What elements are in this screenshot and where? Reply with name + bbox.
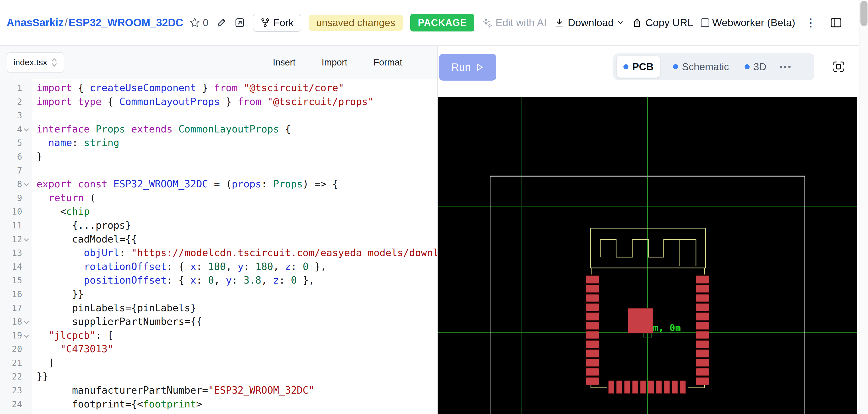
editor-menu-bar: InsertImportFormat [273,57,431,68]
pcb-pad [696,341,709,348]
code-line: 9 return ( [0,191,437,205]
panel-layout-icon [830,17,842,28]
line-number: 14 [12,260,22,274]
star-icon [189,17,200,28]
line-number: 15 [12,274,22,287]
pcb-pad [586,359,599,367]
tab-3d[interactable]: 3D [742,56,769,77]
pcb-pad [628,308,653,333]
line-number: 9 [17,191,22,205]
tscircuit-editor-app: AnasSarkiz / ESP32_WROOM_32DC 0 [0,0,868,414]
page-scrollbar[interactable] [859,0,868,414]
pcb-pad [696,359,709,367]
pcb-pad [586,285,599,293]
webworker-checkbox[interactable] [701,19,709,27]
tab-schematic[interactable]: Schematic [671,56,732,77]
line-number: 6 [17,150,22,164]
pcb-pad [696,378,709,385]
open-share-button[interactable] [234,17,245,28]
fold-chevron-icon[interactable] [24,319,29,324]
pcb-pad [608,381,614,393]
pcb-pad [586,276,599,283]
line-number: 12 [12,232,22,246]
code-line: 10 <chip [0,205,437,219]
tab-label: 3D [753,61,766,72]
code-line: 13 objUrl: "https://modelcdn.tscircuit.c… [0,246,437,260]
kebab-menu-icon: ⋮ [805,17,816,28]
fold-chevron-icon[interactable] [24,126,29,131]
code-line: 24 footprint={<footprint> [0,397,437,411]
line-number: 5 [17,136,22,150]
line-number: 24 [12,397,22,411]
tab-dot-icon [623,64,628,69]
fullscreen-button[interactable] [832,60,845,73]
toggle-sidebar-button[interactable] [830,17,842,28]
code-line: 2import type { CommonLayoutProps } from … [0,95,437,109]
sparkles-icon [482,18,492,28]
code-line: 16 }} [0,287,437,301]
line-number: 23 [12,384,22,397]
pcb-pad [586,313,599,320]
pcb-pad [586,294,599,302]
chevron-down-icon [617,19,624,26]
tab-dot-icon [745,64,750,69]
run-button[interactable]: Run [439,54,496,81]
page-scrollbar-thumb[interactable] [861,1,868,26]
editor-menu-format[interactable]: Format [374,57,402,68]
rename-button[interactable] [216,18,227,28]
code-line: 18 supplierPartNumbers={{ [0,315,437,329]
pcb-pad [696,350,709,357]
pcb-pad [616,381,622,393]
line-number: 8 [17,177,22,191]
play-icon [475,63,484,71]
copy-url-button[interactable]: Copy URL [632,17,693,29]
code-line: 5 name: string [0,136,437,150]
tabs-more-button[interactable]: ••• [779,62,792,72]
edit-with-ai-button[interactable]: Edit with AI [482,17,547,29]
breadcrumb-separator: / [64,17,67,29]
line-number: 20 [12,342,22,356]
fold-chevron-icon[interactable] [24,236,29,242]
package-type-badge: PACKAGE [410,14,474,31]
line-number: 3 [17,108,22,122]
star-button[interactable]: 0 [189,17,208,28]
pcb-pad [586,378,599,385]
code-line: 4interface Props extends CommonLayoutPro… [0,122,437,136]
fork-icon [260,18,270,27]
code-line: 8export const ESP32_WROOM_32DC = (props:… [0,177,437,191]
breadcrumb-owner-link[interactable]: AnasSarkiz [6,17,63,29]
download-button[interactable]: Download [554,17,624,29]
pcb-canvas[interactable]: 0m, 0m [438,97,857,414]
pcb-pad [586,350,599,357]
line-number: 10 [12,205,22,219]
pcb-pad [586,304,599,311]
editor-menu-import[interactable]: Import [322,57,347,68]
code-editor-pane: index.tsx InsertImportFormat 1import { c… [0,46,437,414]
line-number: 2 [17,95,22,109]
line-number: 4 [17,122,22,136]
fork-button[interactable]: Fork [253,13,301,32]
code-line: 12 cadModel={{ [0,232,437,246]
download-icon [554,18,565,28]
pcb-pad [656,381,662,393]
breadcrumb-package-link[interactable]: ESP32_WROOM_32DC [68,17,183,29]
more-options-button[interactable]: ⋮ [805,17,816,28]
code-line: 6} [0,150,437,164]
webworker-toggle[interactable]: Webworker (Beta) [701,17,796,29]
tab-pcb[interactable]: PCB [617,56,660,77]
pcb-pad [586,368,599,376]
code-line: 15 positionOffset: { x: 0, y: 3.8, z: 0 … [0,274,437,287]
editor-menu-insert[interactable]: Insert [273,57,296,68]
code-line: 17 pinLabels={pinLabels} [0,301,437,315]
fold-chevron-icon[interactable] [24,181,29,186]
edit-with-ai-label: Edit with AI [495,17,547,29]
chevron-up-down-icon [51,58,58,67]
tab-label: PCB [632,61,653,72]
pcb-pad [586,331,599,339]
code-area[interactable]: 1import { createUseComponent } from "@ts… [0,79,437,414]
file-selector[interactable]: index.tsx [7,52,64,72]
line-number: 7 [17,164,22,178]
code-line: 3 [0,108,437,122]
code-line: 21 ] [0,356,437,370]
fold-chevron-icon[interactable] [24,333,29,338]
